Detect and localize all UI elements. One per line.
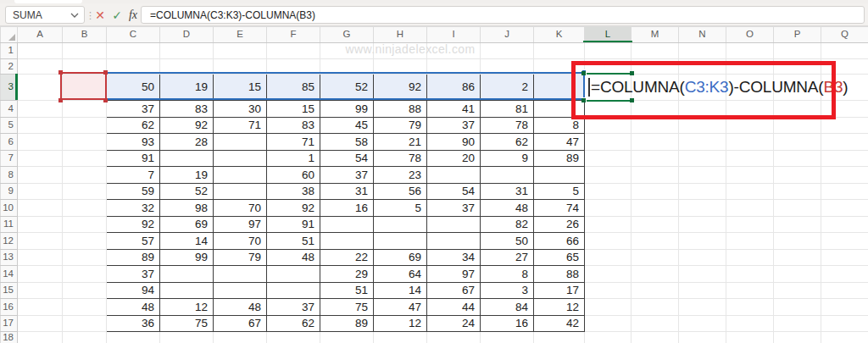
- cell-Q10[interactable]: [821, 200, 868, 217]
- cell-L13[interactable]: [585, 249, 632, 266]
- cell-C8[interactable]: 7: [107, 167, 160, 184]
- cell-N17[interactable]: [679, 315, 726, 332]
- cell-O10[interactable]: [726, 200, 774, 217]
- cell-C10[interactable]: 32: [107, 200, 160, 217]
- cell-P8[interactable]: [774, 167, 821, 184]
- cell-E8[interactable]: [214, 167, 267, 184]
- cell-C15[interactable]: 94: [107, 282, 160, 299]
- cell-M6[interactable]: [632, 134, 679, 151]
- row-header-11[interactable]: 11: [1, 216, 18, 233]
- column-header-C[interactable]: C: [107, 27, 160, 43]
- column-header-D[interactable]: D: [160, 27, 214, 43]
- cell-Q7[interactable]: [821, 150, 868, 167]
- cell-F4[interactable]: 15: [267, 101, 320, 118]
- cell-G7[interactable]: 54: [320, 150, 374, 167]
- cell-G5[interactable]: 45: [320, 117, 374, 134]
- cell-O12[interactable]: [726, 233, 774, 250]
- cell-A2[interactable]: [18, 59, 63, 75]
- cell-N16[interactable]: [679, 299, 726, 316]
- row-header-7[interactable]: 7: [1, 150, 18, 167]
- reference-handle[interactable]: [103, 98, 108, 102]
- cell-H9[interactable]: 56: [374, 183, 427, 200]
- cell-J17[interactable]: 16: [481, 315, 534, 332]
- cell-I4[interactable]: 41: [427, 101, 481, 118]
- cell-J6[interactable]: 62: [481, 134, 534, 151]
- cell-G18[interactable]: [320, 332, 374, 343]
- cell-F18[interactable]: [267, 332, 320, 343]
- row-header-8[interactable]: 8: [1, 167, 18, 184]
- cell-G6[interactable]: 58: [320, 134, 374, 151]
- cell-J10[interactable]: 48: [481, 200, 534, 217]
- cell-D15[interactable]: [160, 282, 214, 299]
- cell-L9[interactable]: [585, 183, 632, 200]
- row-header-16[interactable]: 16: [1, 299, 18, 316]
- cell-N1[interactable]: [679, 43, 726, 59]
- cell-D17[interactable]: 75: [160, 315, 214, 332]
- cell-L14[interactable]: [585, 266, 632, 283]
- cell-A13[interactable]: [18, 249, 63, 266]
- cell-D8[interactable]: 19: [160, 167, 214, 184]
- cell-O16[interactable]: [726, 299, 774, 316]
- cell-H12[interactable]: [374, 233, 427, 250]
- reference-handle[interactable]: [103, 70, 108, 75]
- cell-F12[interactable]: 51: [267, 233, 320, 250]
- cell-C5[interactable]: 62: [107, 117, 160, 134]
- cell-B16[interactable]: [63, 299, 107, 316]
- cell-K6[interactable]: 47: [534, 134, 585, 151]
- cell-E1[interactable]: [214, 43, 267, 59]
- cell-C13[interactable]: 89: [107, 249, 160, 266]
- cell-O14[interactable]: [726, 266, 774, 283]
- cell-P15[interactable]: [774, 282, 821, 299]
- cell-D4[interactable]: 83: [160, 101, 214, 118]
- cell-J4[interactable]: 81: [481, 101, 534, 118]
- cell-P16[interactable]: [774, 299, 821, 316]
- row-header-2[interactable]: 2: [1, 59, 18, 75]
- cell-O6[interactable]: [726, 134, 774, 151]
- cell-E16[interactable]: 48: [214, 299, 267, 316]
- column-header-K[interactable]: K: [534, 27, 585, 43]
- cell-E5[interactable]: 71: [214, 117, 267, 134]
- cell-H14[interactable]: 64: [374, 266, 427, 283]
- cell-P12[interactable]: [774, 233, 821, 250]
- cell-K13[interactable]: 65: [534, 249, 585, 266]
- column-header-P[interactable]: P: [774, 27, 821, 43]
- cell-N7[interactable]: [679, 150, 726, 167]
- cell-N9[interactable]: [679, 183, 726, 200]
- cell-Q12[interactable]: [821, 233, 868, 250]
- cell-F10[interactable]: 92: [267, 200, 320, 217]
- cell-Q1[interactable]: [821, 43, 868, 59]
- cell-O1[interactable]: [726, 43, 774, 59]
- cell-A5[interactable]: [18, 117, 63, 134]
- row-header-6[interactable]: 6: [1, 134, 18, 151]
- cell-J15[interactable]: 3: [481, 282, 534, 299]
- cell-C7[interactable]: 91: [107, 150, 160, 167]
- cell-B11[interactable]: [63, 216, 107, 233]
- cell-O17[interactable]: [726, 315, 774, 332]
- cell-K18[interactable]: [534, 332, 585, 343]
- cell-K16[interactable]: 12: [534, 299, 585, 316]
- cell-A15[interactable]: [18, 282, 63, 299]
- cell-O11[interactable]: [726, 216, 774, 233]
- row-header-17[interactable]: 17: [1, 315, 18, 332]
- column-header-M[interactable]: M: [632, 27, 679, 43]
- reference-handle[interactable]: [58, 70, 63, 75]
- cell-I17[interactable]: 24: [427, 315, 481, 332]
- cell-D1[interactable]: [160, 43, 214, 59]
- cell-O13[interactable]: [726, 249, 774, 266]
- insert-function-icon[interactable]: fx: [125, 7, 142, 24]
- cell-A9[interactable]: [18, 183, 63, 200]
- cell-J8[interactable]: [481, 167, 534, 184]
- cell-A12[interactable]: [18, 233, 63, 250]
- cell-G11[interactable]: [320, 216, 374, 233]
- cell-K12[interactable]: 66: [534, 233, 585, 250]
- cell-K10[interactable]: 74: [534, 200, 585, 217]
- cell-I12[interactable]: [427, 233, 481, 250]
- cell-C14[interactable]: 37: [107, 266, 160, 283]
- cell-I14[interactable]: 97: [427, 266, 481, 283]
- cell-B12[interactable]: [63, 233, 107, 250]
- cell-M8[interactable]: [632, 167, 679, 184]
- cell-O15[interactable]: [726, 282, 774, 299]
- cell-L11[interactable]: [585, 216, 632, 233]
- cell-L8[interactable]: [585, 167, 632, 184]
- cell-C9[interactable]: 59: [107, 183, 160, 200]
